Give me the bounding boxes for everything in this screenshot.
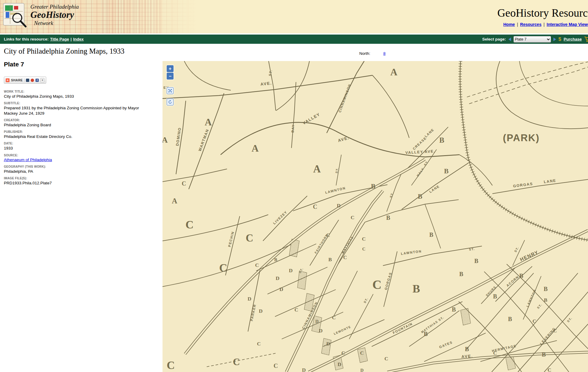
- page-select[interactable]: Plate 7: [513, 36, 551, 43]
- svg-text:WARTMAN: WARTMAN: [198, 128, 210, 152]
- svg-text:A: A: [205, 117, 212, 127]
- svg-text:C: C: [233, 357, 240, 367]
- metadata-item: IMAGE FILE(S):PRD1933.Phila.012.Plate7: [4, 177, 149, 186]
- metadata-value: Philadelphia Zoning Board: [4, 122, 149, 127]
- metadata-item: WORK TITLE:City of Philadelphia Zoning M…: [4, 90, 149, 99]
- svg-text:ST.: ST.: [268, 69, 273, 77]
- svg-text:B: B: [386, 214, 390, 221]
- next-page-arrow-icon[interactable]: [553, 38, 556, 41]
- svg-text:BAY: BAY: [291, 124, 295, 133]
- north-row: North: 8: [359, 51, 386, 56]
- resource-links: Links for this resource: Title Page | In…: [4, 35, 84, 44]
- facebook-icon[interactable]: f: [35, 79, 39, 82]
- metadata-value-link[interactable]: Athenaeum of Philadelphia: [4, 158, 52, 162]
- svg-text:D: D: [279, 286, 283, 292]
- metadata-value: Prepared 1931 by the Philadelphia Zoning…: [4, 105, 149, 116]
- svg-text:C: C: [360, 350, 364, 356]
- svg-text:C: C: [362, 247, 366, 251]
- metadata-label: IMAGE FILE(S):: [4, 177, 149, 180]
- svg-text:C: C: [182, 180, 186, 187]
- share-more-icon[interactable]: ▾: [40, 78, 44, 83]
- svg-text:A: A: [390, 67, 397, 77]
- svg-text:ST.: ST.: [389, 192, 394, 198]
- svg-text:D: D: [302, 367, 306, 372]
- site-title: GeoHistory Resources: [497, 7, 588, 19]
- select-page-label: Select page:: [482, 37, 506, 41]
- geohistory-logo[interactable]: Greater Philadelphia GeoHistory Network: [3, 3, 79, 28]
- svg-text:B: B: [544, 297, 547, 303]
- svg-text:AVE.: AVE.: [461, 354, 473, 359]
- metadata-item: SOURCE:Athenaeum of Philadelphia: [4, 154, 149, 162]
- svg-text:C: C: [167, 359, 175, 371]
- metadata-value: 1933: [4, 146, 149, 151]
- share-label: SHARE: [11, 78, 23, 82]
- svg-text:B: B: [371, 183, 375, 190]
- svg-text:D: D: [319, 328, 323, 334]
- nav-interactive-map-link[interactable]: Interactive Map Viewer: [547, 22, 588, 27]
- svg-text:ST.: ST.: [566, 316, 573, 323]
- svg-text:GORGAS: GORGAS: [384, 272, 392, 290]
- svg-text:D: D: [326, 341, 330, 347]
- svg-text:ST.: ST.: [469, 247, 475, 251]
- svg-text:HALY: HALY: [416, 167, 425, 177]
- share-plus-icon: +: [6, 78, 10, 82]
- metadata-list: WORK TITLE:City of Philadelphia Zoning M…: [4, 87, 149, 187]
- svg-text:B: B: [519, 273, 523, 279]
- svg-text:C: C: [547, 367, 551, 372]
- addthis-icon[interactable]: [31, 79, 34, 82]
- dollar-icon: $: [558, 36, 561, 42]
- svg-text:ACORN: ACORN: [506, 275, 520, 287]
- svg-text:C: C: [246, 232, 253, 244]
- svg-text:GATES: GATES: [439, 340, 453, 349]
- index-link[interactable]: Index: [73, 37, 83, 41]
- svg-text:B: B: [459, 271, 463, 277]
- cart-icon[interactable]: [584, 36, 588, 42]
- metadata-label: DATE:: [4, 142, 149, 145]
- svg-text:AVE.: AVE.: [260, 81, 272, 87]
- svg-text:B: B: [452, 306, 456, 313]
- bookmark-icon[interactable]: [26, 79, 29, 82]
- svg-text:B: B: [474, 258, 478, 264]
- svg-text:A: A: [313, 163, 321, 175]
- share-button[interactable]: + SHARE f ▾: [4, 77, 46, 84]
- svg-text:A: A: [172, 197, 177, 205]
- title-page-link[interactable]: Title Page: [50, 37, 69, 41]
- nav-home-link[interactable]: Home: [503, 22, 515, 27]
- svg-text:CINNAMINSON: CINNAMINSON: [338, 83, 352, 113]
- svg-text:LEMONTE: LEMONTE: [333, 325, 352, 335]
- purchase-link[interactable]: Purchase: [564, 37, 582, 41]
- header-nav: Home | Resources | Interactive Map Viewe…: [503, 22, 588, 27]
- svg-text:C: C: [341, 350, 345, 356]
- metadata-item: CREATOR:Philadelphia Zoning Board: [4, 119, 149, 127]
- resource-toolbar: Links for this resource: Title Page | In…: [0, 35, 588, 44]
- svg-text:A: A: [163, 135, 168, 144]
- svg-text:C: C: [533, 318, 536, 324]
- svg-text:C: C: [257, 341, 261, 347]
- svg-text:ST.: ST.: [363, 297, 369, 304]
- svg-text:C: C: [313, 203, 317, 210]
- logo-line1: Greater Philadelphia: [30, 4, 79, 10]
- logo-line2: GeoHistory: [30, 10, 79, 20]
- svg-text:B: B: [444, 167, 448, 175]
- svg-text:AVE.: AVE.: [337, 135, 350, 143]
- previous-page-arrow-icon[interactable]: [508, 38, 511, 41]
- resource-links-label: Links for this resource:: [4, 37, 49, 41]
- zoom-controls: + −: [166, 65, 174, 80]
- metadata-value: Philadelphia, PA: [4, 169, 149, 174]
- svg-text:D: D: [337, 203, 341, 208]
- zoom-out-button[interactable]: −: [167, 73, 174, 80]
- nav-resources-link[interactable]: Resources: [520, 22, 541, 27]
- svg-text:D: D: [289, 267, 293, 273]
- north-page-link[interactable]: 8: [383, 51, 386, 56]
- metadata-item: DATE:1933: [4, 142, 149, 151]
- rotate-icon-button[interactable]: [167, 99, 174, 105]
- zoning-map-svg[interactable]: AVE.ST.EYVALLEYAVE.CINNAMINSONCREASELANE…: [163, 61, 588, 372]
- metadata-label: WORK TITLE:: [4, 90, 149, 93]
- metadata-item: GEOGRAPHY (THIS WORK):Philadelphia, PA: [4, 165, 149, 174]
- fullscreen-button[interactable]: [167, 87, 174, 94]
- svg-text:B: B: [508, 316, 512, 322]
- svg-text:C: C: [384, 356, 388, 362]
- rotate-control: [166, 98, 174, 106]
- svg-text:A: A: [252, 143, 259, 154]
- zoom-in-button[interactable]: +: [167, 65, 174, 72]
